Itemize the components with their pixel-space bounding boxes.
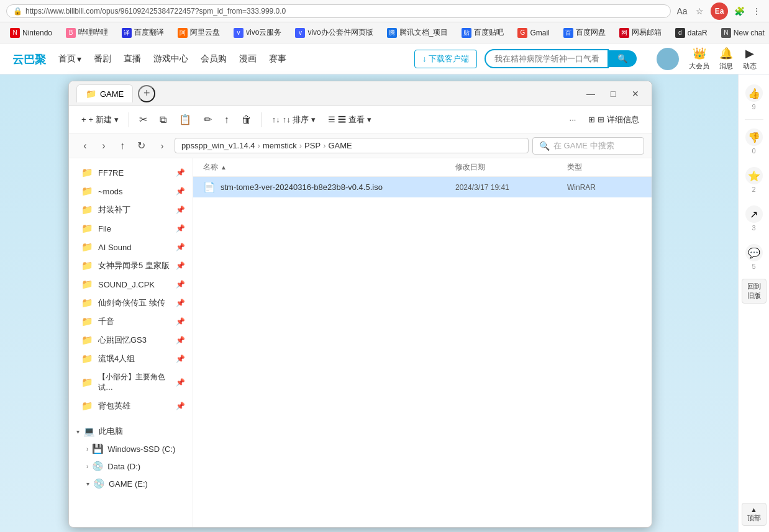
bookmark-tieba[interactable]: 贴 百度贴吧 [457,26,509,39]
sidebar-item-ai-sound[interactable]: 📁 AI Sound 📌 [69,238,193,256]
nav-vip-buy[interactable]: 会员购 [201,53,227,65]
sidebar-item-small-part[interactable]: 📁 【小部分】主要角色试… 📌 [69,368,193,397]
breadcrumb-item-4[interactable]: GAME [328,141,352,150]
sidebar-drive-c[interactable]: › 💾 Windows-SSD (C:) [69,440,193,458]
view-button[interactable]: ☰ ☰ 查看 ▾ [323,111,376,128]
dislike-action[interactable]: 👎 0 [742,125,767,158]
message-icon: 🔔 [719,47,733,60]
bookmark-bilibili[interactable]: B 哔哩哔哩 [61,26,113,39]
file-row-iso[interactable]: 📄 stm-tome3-ver-20240316-b8e23b8-v0.4.5.… [193,177,652,197]
scroll-top-button[interactable]: ▲ 顶部 [742,503,767,526]
search-input[interactable] [485,49,609,68]
dynamic-action[interactable]: ▶ 动态 [743,47,757,71]
back-old-button[interactable]: 回到旧版 [742,279,767,304]
sidebar-item-mods[interactable]: 📁 ~mods 📌 [69,182,193,201]
sidebar-item-package[interactable]: 📁 封装补丁 📌 [69,201,193,219]
bilibili-logo[interactable]: 云巴聚 [12,51,46,67]
bookmark-vivo-label: vivo云服务 [246,27,281,38]
forward-button[interactable]: › [95,137,112,155]
copy-button[interactable]: ⧉ [155,111,171,128]
message-action[interactable]: 🔔 消息 [719,47,733,71]
sidebar-item-persona[interactable]: 📁 女神异闻录5 皇家版 📌 [69,256,193,275]
back-button[interactable]: ‹ [76,137,94,155]
sidebar-item-sound-cpk[interactable]: 📁 SOUND_J.CPK 📌 [69,275,193,294]
sidebar-item-heartbeat[interactable]: 📁 心跳回忆GS3 📌 [69,331,193,349]
expand-path-button[interactable]: › [153,137,171,155]
expand-icon: › [86,446,88,453]
bookmark-vivo-office[interactable]: v vivo办公套件网页版 [290,26,378,39]
like-count: 9 [752,103,755,110]
bookmark-vivo-cloud[interactable]: v vivo云服务 [229,26,286,39]
bookmark-bilibili-label: 哔哩哔哩 [78,27,108,38]
bookmark-star-icon[interactable]: ☆ [693,5,706,17]
sidebar-item-backpack[interactable]: 📁 背包英雄 📌 [69,397,193,415]
download-client-button[interactable]: ↓ 下载客户端 [414,50,477,68]
explorer-tab[interactable]: 📁 GAME [76,84,133,102]
bookmark-tencent-doc[interactable]: 腾 腾讯文档_项目 [382,26,453,39]
sidebar-spacer [69,415,193,423]
cut-button[interactable]: ✂ [134,110,152,128]
profile-avatar[interactable]: Ea [711,2,728,20]
share-action[interactable]: ↗ 3 [742,202,767,235]
bookmark-aliyun[interactable]: 阿 阿里云盘 [173,26,225,39]
bookmark-gmail[interactable]: G Gmail [512,27,554,39]
sort-button[interactable]: ↑↓ ↑↓ 排序 ▾ [267,111,321,128]
col-name-header[interactable]: 名称 ▲ [203,162,455,173]
bookmark-aliyun-icon: 阿 [178,28,188,38]
maximize-button[interactable]: □ [604,85,622,102]
like-action[interactable]: 👍 9 [742,81,767,114]
bookmark-163mail[interactable]: 网 网易邮箱 [614,26,667,39]
sidebar-label: ~mods [98,187,122,196]
nav-manga[interactable]: 漫画 [239,53,257,65]
breadcrumb-sep-1: › [258,141,260,150]
more-button[interactable]: ··· [565,112,581,127]
bookmark-datar[interactable]: d dataR [670,27,712,39]
close-button[interactable]: ✕ [627,85,644,102]
nav-bangumi[interactable]: 番剧 [94,53,111,65]
new-button[interactable]: + + 新建 ▾ [76,111,124,128]
minimize-button[interactable]: — [582,85,599,102]
col-type-header[interactable]: 类型 [567,162,642,173]
folder-icon: 📁 [81,279,93,290]
details-button[interactable]: ⊞ ⊞ 详细信息 [583,111,644,128]
bookmark-baidu-translate[interactable]: 译 百度翻译 [117,26,169,39]
sidebar-drive-e[interactable]: ▾ 💿 GAME (E:) [69,475,193,492]
profile-icon[interactable]: Aa [676,5,688,17]
user-avatar[interactable] [657,48,679,70]
file-search-box[interactable]: 🔍 在 GAME 中搜索 [532,137,644,155]
nav-home[interactable]: 首页 ▾ [58,53,81,65]
share-button[interactable]: ↑ [219,111,234,128]
delete-button[interactable]: 🗑 [237,111,257,128]
nav-esports[interactable]: 赛事 [269,53,286,65]
url-bar[interactable]: 🔒 https://www.bilibili.com/opus/96109242… [6,4,671,18]
pin-icon: 📌 [176,205,185,214]
breadcrumb-item-2[interactable]: memstick [263,141,297,150]
sidebar-this-pc[interactable]: ▾ 💻 此电脑 [69,423,193,440]
bookmark-new-chat[interactable]: N New chat [716,27,769,39]
breadcrumb-item-3[interactable]: PSP [304,141,321,150]
star-action[interactable]: ⭐ 2 [742,163,767,197]
up-button[interactable]: ↑ [114,137,131,155]
breadcrumb-item-1[interactable]: ppsspp_win_v1.14.4 [181,141,255,150]
col-date-header[interactable]: 修改日期 [455,162,567,173]
nav-live[interactable]: 直播 [124,53,141,65]
extensions-icon[interactable]: 🧩 [733,5,745,17]
sidebar-drive-d[interactable]: › 💿 Data (D:) [69,458,193,475]
rename-button[interactable]: ✏ [199,110,217,128]
sidebar-item-ff7re[interactable]: 📁 FF7RE 📌 [69,163,193,182]
sidebar-item-qianyin[interactable]: 📁 千音 📌 [69,312,193,331]
expand-icon: ▾ [86,480,89,487]
browser-menu-icon[interactable]: ⋮ [750,5,763,17]
bookmark-baidu-cloud[interactable]: 百 百度网盘 [558,26,611,39]
sidebar-item-file[interactable]: 📁 File 📌 [69,219,193,238]
nav-game-center[interactable]: 游戏中心 [153,53,188,65]
sidebar-item-gang4[interactable]: 📁 流氓4人组 📌 [69,349,193,368]
bookmark-nintendo[interactable]: N Nintendo [5,27,57,39]
search-button[interactable]: 🔍 [609,50,637,67]
vip-action[interactable]: 👑 大会员 [689,47,709,71]
paste-button[interactable]: 📋 [174,110,196,128]
sidebar-item-xian-jian[interactable]: 📁 仙剑奇侠传五 续传 📌 [69,294,193,312]
comment-action[interactable]: 💬 5 [742,240,767,274]
refresh-button[interactable]: ↻ [132,137,150,155]
new-tab-button[interactable]: + [138,85,155,102]
